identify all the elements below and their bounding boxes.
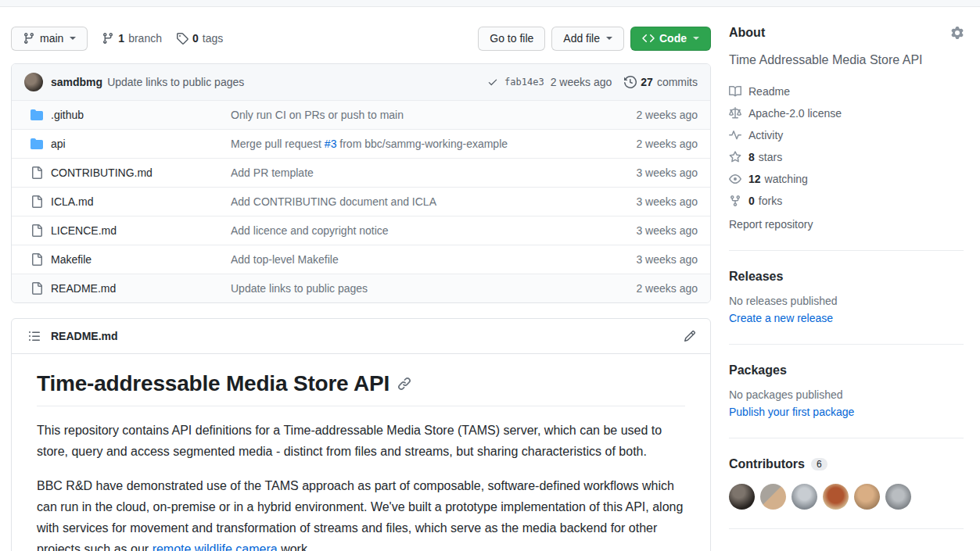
sidebar-item-license[interactable]: Apache-2.0 license bbox=[729, 102, 964, 124]
list-icon[interactable] bbox=[28, 330, 41, 342]
watching-count: 12 bbox=[748, 173, 761, 185]
contributors-title[interactable]: Contributors bbox=[729, 457, 805, 471]
contributor-avatar[interactable] bbox=[885, 484, 911, 510]
code-icon bbox=[642, 32, 655, 45]
sidebar: About Time Addressable Media Store API R… bbox=[729, 26, 964, 551]
readme-title-text: Time-addressable Media Store API bbox=[37, 371, 389, 396]
gear-icon[interactable] bbox=[951, 27, 964, 39]
commits-label: commits bbox=[657, 76, 698, 88]
pr-link[interactable]: #3 bbox=[325, 138, 337, 150]
table-row: ICLA.md Add CONTRIBUTING document and IC… bbox=[12, 187, 710, 216]
main-column: main 1 branch 0 tags Go to file bbox=[11, 26, 711, 551]
about-title: About bbox=[729, 26, 765, 40]
file-commit-date: 3 weeks ago bbox=[612, 195, 698, 208]
branch-selector-button[interactable]: main bbox=[11, 27, 88, 51]
file-commit-message[interactable]: Add licence and copyright notice bbox=[231, 224, 612, 237]
file-commit-date: 2 weeks ago bbox=[612, 138, 698, 150]
file-name[interactable]: Makefile bbox=[51, 253, 92, 266]
file-name[interactable]: CONTRIBUTING.md bbox=[51, 166, 153, 179]
activity-icon bbox=[729, 129, 741, 141]
commit-author[interactable]: samdbmg bbox=[51, 76, 102, 88]
publish-package-link[interactable]: Publish your first package bbox=[729, 406, 854, 418]
file-commit-message[interactable]: Update links to public pages bbox=[231, 282, 612, 295]
git-branch-icon bbox=[23, 32, 35, 45]
book-icon bbox=[729, 85, 741, 98]
file-commit-message[interactable]: Add top-level Makefile bbox=[231, 253, 612, 266]
file-name[interactable]: LICENCE.md bbox=[51, 224, 117, 237]
branches-link[interactable]: 1 branch bbox=[102, 32, 162, 45]
table-row: CONTRIBUTING.md Add PR template 3 weeks … bbox=[12, 158, 710, 187]
chevron-down-icon bbox=[693, 37, 699, 40]
commit-hash[interactable]: fab14e3 bbox=[504, 77, 544, 88]
file-commit-message[interactable]: Merge pull request #3 from bbc/sammg-wor… bbox=[231, 138, 612, 150]
code-button[interactable]: Code bbox=[630, 27, 711, 51]
tags-link[interactable]: 0 tags bbox=[176, 32, 223, 45]
file-name[interactable]: api bbox=[51, 138, 66, 150]
contributors-count-badge: 6 bbox=[811, 458, 827, 470]
contributors-section: Contributors 6 bbox=[729, 457, 964, 510]
file-icon bbox=[31, 282, 43, 295]
readme-title: Time-addressable Media Store API bbox=[37, 371, 685, 406]
sidebar-item-watching[interactable]: 12 watching bbox=[729, 168, 964, 190]
git-branch-icon bbox=[102, 32, 114, 45]
table-row: .github Only run CI on PRs or push to ma… bbox=[12, 100, 710, 129]
forks-label: forks bbox=[759, 195, 782, 207]
folder-icon bbox=[31, 138, 43, 150]
report-repository-link[interactable]: Report repository bbox=[729, 218, 813, 231]
add-file-button[interactable]: Add file bbox=[551, 27, 624, 51]
file-name[interactable]: README.md bbox=[51, 282, 116, 295]
contributor-avatar[interactable] bbox=[792, 484, 817, 510]
packages-title: Packages bbox=[729, 363, 787, 377]
file-icon bbox=[31, 224, 43, 237]
latest-commit-bar: samdbmg Update links to public pages fab… bbox=[12, 64, 710, 100]
stars-count: 8 bbox=[748, 151, 755, 163]
file-name[interactable]: .github bbox=[51, 109, 84, 121]
commit-author-avatar[interactable] bbox=[24, 73, 43, 91]
branches-count: 1 bbox=[118, 32, 124, 45]
file-icon bbox=[31, 195, 43, 208]
contributor-avatar[interactable] bbox=[729, 484, 755, 510]
paragraph-text: work. bbox=[278, 542, 311, 551]
wildlife-camera-link[interactable]: remote wildlife camera bbox=[153, 542, 278, 551]
table-row: LICENCE.md Add licence and copyright not… bbox=[12, 216, 710, 245]
check-icon[interactable] bbox=[487, 77, 498, 88]
contributor-avatar[interactable] bbox=[823, 484, 849, 510]
branch-bar: main 1 branch 0 tags Go to file bbox=[11, 26, 711, 51]
activity-link-label: Activity bbox=[748, 129, 783, 141]
contributor-avatar[interactable] bbox=[854, 484, 880, 510]
sidebar-item-stars[interactable]: 8 stars bbox=[729, 146, 964, 168]
folder-icon bbox=[31, 109, 43, 121]
commit-message[interactable]: Update links to public pages bbox=[107, 76, 244, 88]
file-name[interactable]: ICLA.md bbox=[51, 195, 93, 208]
site-header-edge bbox=[0, 0, 980, 7]
table-row: api Merge pull request #3 from bbc/sammg… bbox=[12, 129, 710, 158]
repo-page: main 1 branch 0 tags Go to file bbox=[0, 7, 980, 551]
releases-section: Releases No releases published Create a … bbox=[729, 270, 964, 325]
file-commit-date: 2 weeks ago bbox=[612, 109, 698, 121]
readme-file-name[interactable]: README.md bbox=[51, 330, 118, 342]
create-release-link[interactable]: Create a new release bbox=[729, 312, 833, 324]
pencil-icon[interactable] bbox=[684, 330, 696, 342]
table-row: Makefile Add top-level Makefile 3 weeks … bbox=[12, 245, 710, 274]
commits-link[interactable]: 27 commits bbox=[624, 76, 698, 88]
file-commit-message[interactable]: Add PR template bbox=[231, 166, 612, 179]
file-commit-date: 2 weeks ago bbox=[612, 282, 698, 295]
go-to-file-button[interactable]: Go to file bbox=[478, 27, 545, 51]
branches-label: branch bbox=[128, 32, 162, 45]
releases-empty-text: No releases published bbox=[729, 295, 964, 307]
go-to-file-label: Go to file bbox=[490, 32, 533, 45]
watching-label: watching bbox=[765, 173, 808, 185]
code-label: Code bbox=[659, 32, 687, 45]
sidebar-item-activity[interactable]: Activity bbox=[729, 124, 964, 146]
divider bbox=[729, 250, 964, 251]
sidebar-item-readme[interactable]: Readme bbox=[729, 81, 964, 102]
contributor-avatar[interactable] bbox=[760, 484, 786, 510]
readme-paragraph: This repository contains API definitions… bbox=[37, 420, 685, 462]
file-commit-date: 3 weeks ago bbox=[612, 253, 698, 266]
link-icon[interactable] bbox=[397, 377, 411, 391]
file-commit-message[interactable]: Only run CI on PRs or push to main bbox=[231, 109, 612, 121]
sidebar-item-forks[interactable]: 0 forks bbox=[729, 190, 964, 212]
readme-paragraph: BBC R&D have demonstrated use of the TAM… bbox=[37, 475, 685, 551]
file-commit-message[interactable]: Add CONTRIBUTING document and ICLA bbox=[231, 195, 612, 208]
file-icon bbox=[31, 166, 43, 179]
